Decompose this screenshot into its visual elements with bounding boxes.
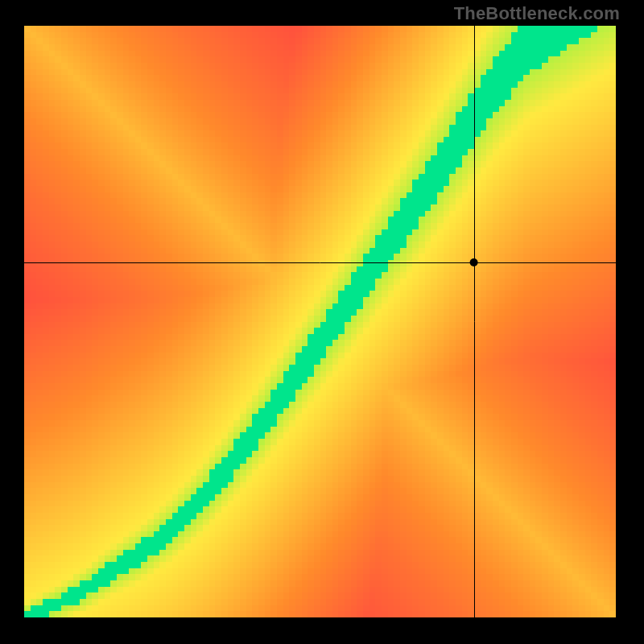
watermark-text: TheBottleneck.com <box>454 3 620 24</box>
heatmap-canvas <box>24 26 616 617</box>
chart-container: TheBottleneck.com <box>0 0 644 644</box>
